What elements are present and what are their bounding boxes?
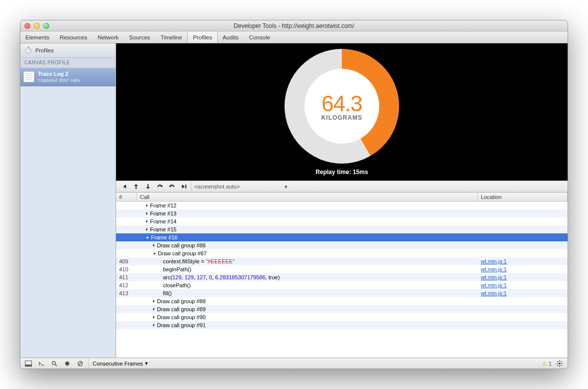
table-row[interactable]: Draw call group #90	[116, 313, 568, 321]
gauge-center: 64.3 KILOGRAMS	[304, 69, 379, 144]
source-link[interactable]: wt.min.js:1	[481, 266, 507, 272]
tab-audits[interactable]: Audits	[218, 31, 244, 43]
svg-line-15	[558, 361, 559, 362]
traffic-lights	[24, 23, 49, 29]
chevron-down-icon: ▾	[285, 184, 288, 190]
row-call: Draw call group #87	[137, 250, 478, 256]
table-row[interactable]: 409context.fillStyle = "#EEEEEE"wt.min.j…	[116, 257, 568, 265]
source-link[interactable]: wt.min.js:1	[481, 290, 507, 296]
screenshot-mode-select[interactable]: <screenshot auto> ▾	[191, 181, 291, 192]
disclosure-triangle-icon[interactable]	[153, 308, 155, 311]
table-row[interactable]: 411arc(129, 129, 127, 0, 6.2831853071795…	[116, 273, 568, 281]
disclosure-triangle-icon[interactable]	[153, 324, 155, 327]
prev-draw-button[interactable]	[155, 182, 165, 191]
row-call: Draw call group #91	[137, 322, 478, 328]
row-number: 413	[116, 290, 137, 296]
search-button[interactable]	[49, 359, 59, 368]
canvas-replay-pane: 64.3 KILOGRAMS Replay time: 15ms	[116, 43, 568, 181]
replay-time: Replay time: 15ms	[315, 169, 368, 176]
table-row[interactable]: 410beginPath()wt.min.js:1	[116, 265, 568, 273]
row-number: 409	[116, 258, 137, 264]
warnings-indicator[interactable]: ⚠ 1	[542, 360, 552, 367]
tab-network[interactable]: Network	[93, 31, 124, 43]
source-link[interactable]: wt.min.js:1	[481, 258, 507, 264]
replay-label: Replay time:	[315, 169, 351, 176]
tab-console[interactable]: Console	[244, 31, 276, 43]
row-call: Draw call group #90	[137, 314, 478, 320]
row-location: wt.min.js:1	[478, 274, 568, 280]
minimize-button[interactable]	[34, 23, 40, 29]
col-number[interactable]: #	[116, 193, 137, 201]
zoom-button[interactable]	[43, 23, 49, 29]
disclosure-triangle-icon[interactable]	[146, 237, 149, 239]
table-row[interactable]: Frame #16	[116, 233, 568, 241]
disclosure-triangle-icon[interactable]	[153, 300, 155, 303]
step-forward-button[interactable]	[143, 182, 153, 191]
sidebar-header: Profiles	[20, 43, 116, 58]
tab-sources[interactable]: Sources	[124, 31, 155, 43]
next-draw-button[interactable]	[167, 182, 177, 191]
row-call: fill()	[137, 290, 478, 296]
screenshot-mode-label: <screenshot auto>	[194, 184, 240, 190]
last-call-button[interactable]	[179, 182, 189, 191]
tab-resources[interactable]: Resources	[55, 31, 93, 43]
table-row[interactable]: Frame #14	[116, 217, 568, 225]
disclosure-triangle-icon[interactable]	[146, 204, 148, 207]
table-row[interactable]: Frame #13	[116, 209, 568, 217]
table-row[interactable]: Draw call group #91	[116, 321, 568, 329]
disclosure-triangle-icon[interactable]	[153, 244, 155, 247]
table-row[interactable]: 413fill()wt.min.js:1	[116, 289, 568, 297]
disclosure-triangle-icon[interactable]	[146, 212, 148, 215]
capture-mode-select[interactable]: Consecutive Frames ▾	[88, 358, 148, 369]
source-link[interactable]: wt.min.js:1	[481, 274, 507, 280]
trace-table-header: # Call Location	[116, 193, 568, 201]
row-number: 411	[116, 274, 137, 280]
row-call: context.fillStyle = "#EEEEEE"	[137, 258, 478, 264]
table-row[interactable]: Draw call group #86	[116, 241, 568, 249]
table-row[interactable]: Draw call group #87	[116, 249, 568, 257]
svg-point-7	[65, 361, 69, 365]
settings-button[interactable]	[555, 359, 565, 368]
tab-elements[interactable]: Elements	[20, 31, 55, 43]
sidebar-item-trace-log[interactable]: Trace Log 2 Captured 3597 calls	[20, 68, 116, 86]
step-back-button[interactable]	[131, 182, 141, 191]
source-link[interactable]: wt.min.js:1	[481, 282, 507, 288]
first-call-button[interactable]	[119, 182, 129, 191]
svg-line-17	[561, 361, 562, 362]
tab-timeline[interactable]: Timeline	[155, 31, 187, 43]
row-call: Frame #14	[137, 218, 478, 224]
trace-rows[interactable]: Frame #12Frame #13Frame #14Frame #15Fram…	[116, 201, 568, 358]
disclosure-triangle-icon[interactable]	[153, 253, 156, 255]
row-location: wt.min.js:1	[478, 282, 568, 288]
chevron-down-icon: ▾	[145, 360, 148, 367]
table-row[interactable]: Draw call group #88	[116, 297, 568, 305]
dock-button[interactable]	[23, 359, 33, 368]
col-location[interactable]: Location	[478, 193, 568, 201]
disclosure-triangle-icon[interactable]	[153, 316, 155, 319]
console-toggle-button[interactable]	[36, 359, 46, 368]
col-call[interactable]: Call	[137, 193, 478, 201]
tab-profiles[interactable]: Profiles	[187, 31, 217, 43]
warning-count: 1	[549, 361, 552, 367]
row-call: beginPath()	[137, 266, 478, 272]
clear-button[interactable]	[75, 359, 85, 368]
table-row[interactable]: Draw call group #89	[116, 305, 568, 313]
table-row[interactable]: 412closePath()wt.min.js:1	[116, 281, 568, 289]
gauge-value: 64.3	[321, 91, 362, 116]
disclosure-triangle-icon[interactable]	[146, 228, 148, 231]
row-call: Frame #15	[137, 226, 478, 232]
table-row[interactable]: Frame #12	[116, 201, 568, 209]
close-button[interactable]	[24, 23, 30, 29]
row-call: Draw call group #89	[137, 306, 478, 312]
titlebar[interactable]: Developer Tools - http://weight.aerotwis…	[20, 20, 568, 31]
trace-toolbar: <screenshot auto> ▾	[116, 181, 568, 193]
table-row[interactable]: Frame #15	[116, 225, 568, 233]
gauge-unit: KILOGRAMS	[321, 114, 362, 121]
capture-mode-label: Consecutive Frames	[93, 361, 143, 367]
row-call: Frame #16	[137, 234, 478, 240]
warning-icon: ⚠	[542, 360, 547, 367]
record-button[interactable]	[62, 359, 72, 368]
disclosure-triangle-icon[interactable]	[146, 220, 148, 223]
sidebar-item-text: Trace Log 2 Captured 3597 calls	[38, 71, 80, 83]
body: Profiles CANVAS PROFILE Trace Log 2 Capt…	[20, 43, 568, 358]
